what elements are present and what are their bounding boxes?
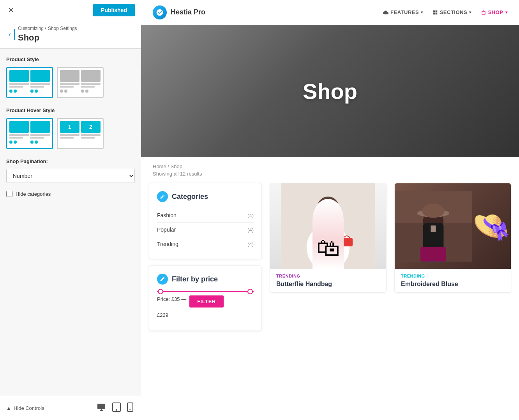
nav-features-label: FEATURES <box>390 9 419 15</box>
customizer-panel: ✕ Published ‹ Customizing • Shop Setting… <box>0 0 141 420</box>
hide-categories-checkbox[interactable] <box>6 191 12 197</box>
categories-title: Categories <box>172 193 208 201</box>
hide-controls-label: Hide Controls <box>14 405 44 411</box>
svg-rect-17 <box>330 257 333 267</box>
svg-point-28 <box>422 204 445 218</box>
pagination-label: Shop Pagination: <box>6 158 135 164</box>
features-chevron: ▾ <box>421 10 423 14</box>
nav-sections[interactable]: SECTIONS ▾ <box>432 9 471 15</box>
price-range-label: Price: £35 — <box>157 296 186 302</box>
hide-controls-icon: ▲ <box>6 405 11 411</box>
filter-title: Filter by price <box>172 275 218 283</box>
price-thumb-right[interactable] <box>247 289 253 294</box>
price-thumb-left[interactable] <box>158 289 163 294</box>
category-trending-count: (4) <box>247 241 254 247</box>
cloud-icon <box>383 10 388 15</box>
product-style-option-2[interactable] <box>57 67 104 98</box>
category-fashion-count: (4) <box>247 213 254 218</box>
category-trending[interactable]: Trending (4) <box>157 237 254 251</box>
product-hover-style-label: Product Hover Style <box>6 107 135 113</box>
categories-widget: Categories Fashion (4) Popular (4) Trend… <box>149 183 262 259</box>
product-hover-style-options: 1 2 <box>6 118 135 149</box>
product-tag-1: TRENDING <box>276 274 380 278</box>
price-slider-track <box>157 291 254 292</box>
logo-text: Hestia Pro <box>171 8 205 16</box>
back-button[interactable]: ‹ <box>5 29 15 40</box>
shop-chevron: ▾ <box>505 10 508 14</box>
site-nav: FEATURES ▾ SECTIONS ▾ SHOP ▾ <box>383 9 507 15</box>
panel-header: ‹ Customizing • Shop Settings Shop <box>0 20 141 49</box>
price-range-row: Price: £35 — FILTER <box>157 295 254 308</box>
product-style-label: Product Style <box>6 56 135 62</box>
product-image-2 <box>395 183 511 269</box>
product-style-option-1[interactable] <box>6 67 53 98</box>
category-list: Fashion (4) Popular (4) Trending (4) <box>157 208 254 251</box>
svg-rect-30 <box>431 225 436 232</box>
product-tag-2: TRENDING <box>401 274 505 278</box>
product-hover-style-option-1[interactable] <box>6 118 53 149</box>
site-navbar: Hestia Pro FEATURES ▾ SECTIONS ▾ SHOP ▾ <box>141 0 519 25</box>
hide-controls-button[interactable]: ▲ Hide Controls <box>6 405 44 411</box>
hide-categories-row: Hide categories <box>6 191 135 197</box>
svg-rect-7 <box>281 183 375 269</box>
svg-rect-29 <box>420 247 446 262</box>
filter-edit-button[interactable] <box>157 274 168 285</box>
top-bar: ✕ Published <box>0 0 141 20</box>
nav-shop[interactable]: SHOP ▾ <box>481 9 507 15</box>
categories-edit-button[interactable] <box>157 191 168 202</box>
shop-hero: Shop <box>141 25 519 157</box>
preview-panel: Hestia Pro FEATURES ▾ SECTIONS ▾ SHOP ▾ … <box>141 0 519 420</box>
shop-layout: Categories Fashion (4) Popular (4) Trend… <box>141 183 519 349</box>
svg-point-10 <box>307 224 350 269</box>
product-info-2: TRENDING Embroidered Bluse <box>395 269 511 292</box>
results-bar: Showing all 12 results <box>141 171 519 183</box>
shop-breadcrumb: Home / Shop <box>141 157 519 171</box>
category-popular-count: (4) <box>247 227 254 233</box>
tablet-button[interactable] <box>111 401 122 415</box>
sections-icon <box>432 10 438 15</box>
product-name-2: Embroidered Bluse <box>401 281 505 288</box>
breadcrumb: Customizing • Shop Settings <box>18 26 77 31</box>
product-hover-style-option-2[interactable]: 1 2 <box>57 118 104 149</box>
product-2-svg <box>395 183 472 269</box>
sections-chevron: ▾ <box>469 10 471 14</box>
product-style-options <box>6 67 135 98</box>
pagination-section: Shop Pagination: Number Load More Infini… <box>6 158 135 183</box>
close-button[interactable]: ✕ <box>6 4 16 16</box>
svg-point-12 <box>329 241 335 246</box>
filter-button[interactable]: FILTER <box>189 295 224 308</box>
bottom-bar: ▲ Hide Controls <box>0 396 141 420</box>
product-1-svg <box>270 183 386 269</box>
panel-title: Shop <box>18 33 77 43</box>
desktop-button[interactable] <box>95 401 108 415</box>
hover-num-1: 1 <box>68 124 71 130</box>
category-fashion[interactable]: Fashion (4) <box>157 208 254 223</box>
hero-title: Shop <box>303 79 357 104</box>
product-card-1[interactable]: TRENDING Butterflie Handbag <box>270 183 387 293</box>
pagination-select[interactable]: Number Load More Infinite Scroll <box>6 169 135 183</box>
filter-widget-header: Filter by price <box>157 274 254 285</box>
shop-sidebar: Categories Fashion (4) Popular (4) Trend… <box>149 183 262 337</box>
mobile-button[interactable] <box>125 401 135 415</box>
shop-bag-icon <box>481 10 486 15</box>
panel-content: Product Style <box>0 49 141 396</box>
svg-point-4 <box>116 409 117 410</box>
category-popular-name: Popular <box>157 227 176 233</box>
hide-categories-label[interactable]: Hide categories <box>16 191 51 197</box>
category-popular[interactable]: Popular (4) <box>157 223 254 237</box>
panel-header-text: Customizing • Shop Settings Shop <box>18 26 77 43</box>
product-name-1: Butterflie Handbag <box>276 281 380 288</box>
product-card-2[interactable]: TRENDING Embroidered Bluse <box>394 183 511 293</box>
category-trending-name: Trending <box>157 241 178 247</box>
published-button[interactable]: Published <box>93 4 135 16</box>
category-fashion-name: Fashion <box>157 212 177 218</box>
svg-rect-16 <box>323 257 327 267</box>
svg-point-13 <box>323 246 330 253</box>
price-max-label: £229 <box>157 312 254 318</box>
svg-point-19 <box>327 265 335 269</box>
svg-rect-0 <box>97 404 105 409</box>
nav-features[interactable]: FEATURES ▾ <box>383 9 423 15</box>
product-image-1 <box>270 183 386 269</box>
svg-point-18 <box>321 265 329 269</box>
hover-num-2: 2 <box>89 124 92 130</box>
